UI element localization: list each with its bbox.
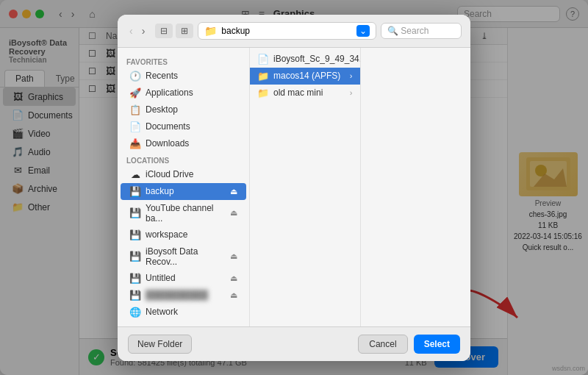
grid-view-button2[interactable]: ⊞ bbox=[176, 24, 193, 38]
modal-btn-group: Cancel Select bbox=[358, 335, 460, 354]
search-icon: 🔍 bbox=[387, 26, 401, 36]
location-text: backup bbox=[221, 26, 352, 36]
eject-iboysoft-icon: ⏏ bbox=[230, 251, 237, 261]
fb-item-documents[interactable]: 📄 Documents bbox=[121, 118, 246, 135]
icloud-icon: ☁ bbox=[129, 169, 141, 180]
locations-section-title: Locations bbox=[118, 152, 249, 166]
file-column-2 bbox=[361, 48, 471, 326]
chevron-right-icon2: › bbox=[350, 88, 353, 97]
eject-icon: ⏏ bbox=[230, 187, 237, 196]
folder-icon: 📁 bbox=[204, 25, 217, 37]
location-chevron-icon[interactable]: ⌄ bbox=[356, 25, 370, 37]
fb-item-youtube[interactable]: 💾 YouTube channel ba... ⏏ bbox=[121, 200, 246, 226]
backup-icon: 💾 bbox=[129, 186, 141, 197]
youtube-icon: 💾 bbox=[129, 207, 141, 218]
file-column: 📄 iBoysoft_Sc_9_49_34.ibsr 📁 macos14 (AP… bbox=[250, 48, 361, 326]
modal-overlay[interactable]: ‹ › ⊟ ⊞ 📁 backup ⌄ 🔍 Search Favorites bbox=[0, 0, 588, 375]
blurred-drive-icon: 💾 bbox=[129, 290, 141, 301]
fb-file-item-macos[interactable]: 📁 macos14 (APFS) › bbox=[250, 68, 360, 85]
modal-forward-button[interactable]: › bbox=[139, 24, 148, 38]
untitled-icon: 💾 bbox=[129, 273, 141, 284]
modal-footer: New Folder Cancel Select bbox=[118, 326, 470, 361]
modal-back-button[interactable]: ‹ bbox=[126, 24, 136, 38]
file-doc-icon: 📄 bbox=[257, 54, 269, 65]
eject-youtube-icon: ⏏ bbox=[230, 208, 237, 218]
downloads-icon: 📥 bbox=[129, 138, 141, 149]
fb-item-downloads[interactable]: 📥 Downloads bbox=[121, 135, 246, 152]
fb-item-iboysoft[interactable]: 💾 iBoysoft Data Recov... ⏏ bbox=[121, 243, 246, 270]
desktop-icon: 📋 bbox=[129, 104, 141, 115]
new-folder-button[interactable]: New Folder bbox=[128, 335, 192, 354]
fb-item-icloud[interactable]: ☁ iCloud Drive bbox=[121, 166, 246, 183]
file-browser-main: 📄 iBoysoft_Sc_9_49_34.ibsr 📁 macos14 (AP… bbox=[250, 48, 470, 326]
view-toggle: ⊟ ⊞ bbox=[155, 24, 193, 38]
folder-macos-icon: 📁 bbox=[257, 71, 269, 82]
modal-search-input[interactable]: 🔍 Search bbox=[381, 23, 462, 39]
modal-toolbar: ‹ › ⊟ ⊞ 📁 backup ⌄ 🔍 Search bbox=[118, 15, 470, 48]
iboysoft-icon: 💾 bbox=[129, 251, 141, 262]
fb-file-item[interactable]: 📄 iBoysoft_Sc_9_49_34.ibsr bbox=[250, 51, 360, 68]
network-icon: 🌐 bbox=[129, 307, 141, 318]
modal-nav: ‹ › bbox=[126, 24, 148, 38]
select-button[interactable]: Select bbox=[414, 335, 460, 354]
eject-blurred-icon: ⏏ bbox=[230, 290, 237, 300]
modal-body: Favorites 🕐 Recents 🚀 Applications 📋 Des… bbox=[118, 48, 470, 326]
fb-item-desktop[interactable]: 📋 Desktop bbox=[121, 101, 246, 118]
fb-item-backup[interactable]: 💾 backup ⏏ bbox=[121, 183, 246, 200]
fb-item-recents[interactable]: 🕐 Recents bbox=[121, 68, 246, 85]
eject-untitled-icon: ⏏ bbox=[230, 274, 237, 283]
applications-icon: 🚀 bbox=[129, 88, 141, 99]
save-dialog: ‹ › ⊟ ⊞ 📁 backup ⌄ 🔍 Search Favorites bbox=[118, 15, 470, 361]
fb-item-untitled[interactable]: 💾 Untitled ⏏ bbox=[121, 270, 246, 287]
fb-file-item-oldmac[interactable]: 📁 old mac mini › bbox=[250, 85, 360, 101]
cancel-button[interactable]: Cancel bbox=[358, 335, 407, 354]
location-bar[interactable]: 📁 backup ⌄ bbox=[198, 22, 376, 40]
fb-item-workspace[interactable]: 💾 workspace bbox=[121, 226, 246, 243]
folder-oldmac-icon: 📁 bbox=[257, 88, 269, 99]
fb-item-network[interactable]: 🌐 Network bbox=[121, 304, 246, 321]
documents-fav-icon: 📄 bbox=[129, 121, 141, 132]
fb-item-applications[interactable]: 🚀 Applications bbox=[121, 85, 246, 101]
column-view-button[interactable]: ⊟ bbox=[155, 24, 173, 38]
file-browser-sidebar: Favorites 🕐 Recents 🚀 Applications 📋 Des… bbox=[118, 48, 250, 326]
recents-icon: 🕐 bbox=[129, 71, 141, 82]
fb-item-blurred[interactable]: 💾 ██████████ ⏏ bbox=[121, 287, 246, 304]
workspace-icon: 💾 bbox=[129, 229, 141, 240]
chevron-right-icon: › bbox=[350, 71, 353, 80]
favorites-section-title: Favorites bbox=[118, 54, 249, 68]
